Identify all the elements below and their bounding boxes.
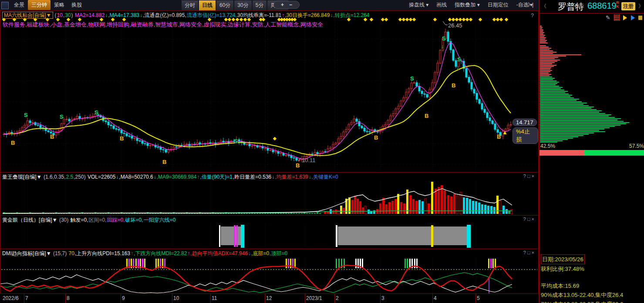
volume-indicator-header: 量王叠现[自编]▼ (1.6,0.35,2.5,250) VOL=22605↓,…: [2, 173, 520, 181]
indicator-value: ↓: [116, 174, 118, 180]
indicator-value: ,转折点=12.264: [333, 12, 369, 18]
help-icon[interactable]: ?: [523, 173, 527, 179]
last-price-badge: 14.717: [513, 119, 537, 126]
low-price-label: 10.11: [302, 157, 316, 163]
axis-separator: [334, 294, 335, 303]
signal-b: B: [50, 133, 54, 140]
trading-app: 全景三分钟策略换股 分时日线60分30分5分周线 ▾ +− 操盘线 ▾画线指数叠…: [0, 0, 644, 303]
indicator-value: 70: [69, 250, 74, 256]
indicator-value: 破坏=0,: [125, 217, 143, 223]
signal-↓: ↓: [456, 64, 459, 70]
prev-stock-icon[interactable]: 《: [541, 3, 546, 10]
tab-overview[interactable]: 全景: [10, 0, 28, 10]
axis-label: 5: [477, 295, 480, 301]
indicator-selector[interactable]: 黄金眼（日线）[自编]▼: [2, 217, 57, 223]
indicator-value: ,MA8=50270.6: [119, 174, 153, 180]
indicator-value: ): [71, 12, 73, 18]
candlestick-chart[interactable]: [0, 11, 538, 172]
zoom-in-button[interactable]: +: [278, 2, 287, 8]
chip-stat-line: 日期:2023/05/26: [541, 254, 585, 264]
menu-draw-line[interactable]: 画线: [432, 0, 451, 10]
next-stock-icon[interactable]: 》: [638, 3, 644, 10]
indicator-value: ,趋向平均值ADX=47.946: [190, 250, 248, 256]
period-5min[interactable]: 5分: [252, 0, 267, 11]
axis-separator: [210, 294, 211, 303]
axis-separator: [172, 294, 172, 303]
axis-label: 2: [336, 295, 339, 301]
menu-trading-line[interactable]: 操盘线 ▾: [405, 0, 432, 10]
indicator-value: ,均量差=1.639: [275, 174, 308, 180]
maximize-icon[interactable]: □: [527, 216, 532, 222]
signal-b: B: [120, 135, 124, 142]
volume-panel: 量王叠现[自编]▼ (1.6,0.35,2.5,250) VOL=22605↓,…: [0, 172, 539, 216]
signal-▲: ▲: [502, 129, 508, 136]
period-daily[interactable]: 日线: [199, 0, 216, 11]
tab-switch-stock[interactable]: 换股: [68, 0, 85, 10]
volume-chart[interactable]: [0, 182, 538, 215]
indicator-value: ,上升方向线PDI=15.163: [75, 250, 130, 256]
signal-b: B: [497, 133, 501, 140]
indicator-value: ,底部=0: [251, 250, 269, 256]
indicator-value: ,顶部=0: [270, 250, 287, 256]
indicator-value: (1.6,0.35,: [42, 174, 66, 180]
pencil-icon[interactable]: ✎: [606, 14, 610, 21]
axis-separator: [65, 294, 66, 303]
period-intraday[interactable]: 分时: [181, 0, 199, 11]
dmi-chart[interactable]: [0, 258, 538, 294]
indicator-value: ↓: [248, 250, 251, 256]
axis-separator: [432, 294, 433, 303]
indicator-value: MA2=14.882: [74, 12, 105, 18]
axis-label: 10: [173, 295, 179, 301]
close-icon[interactable]: ×: [532, 250, 536, 255]
golden-eye-panel: 黄金眼（日线）[自编]▼ (30) 触发=0,区间=0,回踩=0,破坏=0,一阳…: [0, 215, 539, 249]
folder-icon[interactable]: [638, 16, 642, 20]
chip-stats: 日期:2023/05/26获利比例:37.48%平均成本:15.6990%成本1…: [541, 254, 623, 303]
yellow-flag-icon[interactable]: [623, 15, 627, 20]
profit-pct-label: 57.5%: [629, 143, 644, 149]
golden-eye-chart[interactable]: [0, 225, 538, 249]
menu-watchlist[interactable]: -自选 ▾: [513, 0, 536, 10]
indicator-selector[interactable]: DMI趋向指标[自编]▼: [2, 250, 51, 256]
menu-date-locate[interactable]: 日期定位: [484, 0, 513, 10]
chip-distribution-chart: [539, 24, 644, 144]
maximize-icon[interactable]: □: [527, 173, 532, 179]
help-icon[interactable]: ?: [531, 13, 534, 19]
axis-separator: [475, 294, 476, 303]
axis-separator: [380, 294, 381, 303]
help-icon[interactable]: ?: [523, 250, 527, 255]
signal-s: S: [60, 113, 64, 120]
maximize-icon[interactable]: □: [527, 250, 532, 255]
close-icon[interactable]: ×: [532, 216, 536, 222]
indicator-value: 区间=0,: [89, 217, 107, 223]
high-price-label: 26.45: [448, 22, 462, 29]
help-icon[interactable]: ?: [523, 216, 527, 222]
indicator-value: ,流通盘(亿)=0.895,: [143, 12, 186, 18]
signal-b: B: [425, 113, 428, 119]
stop-loss-badge: %4止损: [513, 127, 538, 144]
stock-header: 《 罗普特 688619 RK 注册 》: [539, 0, 644, 13]
axis-separator: [121, 294, 121, 303]
tab-strategy[interactable]: 策略: [51, 0, 68, 10]
indicator-value: ↑: [197, 174, 200, 180]
indicator-value: ,倍量(90天)=1: [200, 174, 233, 180]
period-60min[interactable]: 60分: [216, 0, 234, 11]
app-grid-icon[interactable]: [1, 2, 9, 9]
close-icon[interactable]: ×: [532, 173, 536, 179]
menu-index-overlay[interactable]: 指数叠加 ▾: [451, 0, 483, 10]
axis-label: 12: [266, 295, 272, 301]
collapse-panel-button[interactable]: 》|: [528, 1, 533, 9]
panel-controls: ?□×: [523, 216, 536, 222]
indicator-selector[interactable]: 量王叠现[自编]▼: [2, 174, 42, 180]
zoom-out-button[interactable]: −: [287, 2, 295, 8]
indicator-selector[interactable]: MA六线粘合[自编]▼: [2, 12, 53, 19]
tab-three-minute[interactable]: 三分钟: [28, 0, 51, 10]
register-badge[interactable]: 注册: [621, 2, 635, 10]
period-30min[interactable]: 30分: [234, 0, 252, 11]
profit-ratio-labels: 42.5% 57.5%: [540, 143, 644, 149]
axis-label: 8: [67, 295, 70, 301]
blue-arrow-icon[interactable]: [631, 15, 635, 20]
signal-s: S: [457, 56, 461, 63]
indicator-value: ,关键量K=0: [312, 174, 338, 180]
kline-list-icon[interactable]: [614, 14, 620, 21]
loss-ratio-segment: [539, 150, 584, 156]
